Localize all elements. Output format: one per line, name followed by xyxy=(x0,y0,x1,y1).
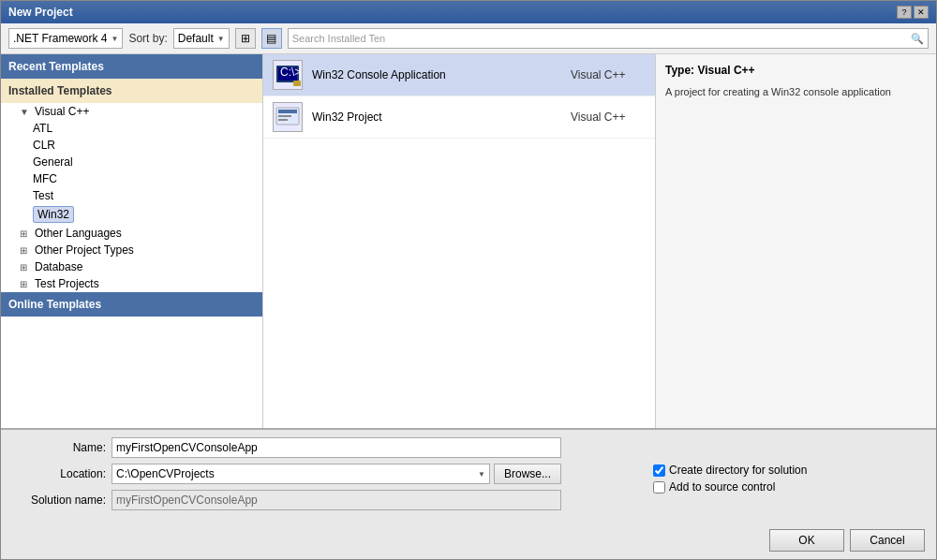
create-dir-checkbox[interactable] xyxy=(653,464,665,477)
bottom-section: Name: Location: C:\OpenCVProjects ▼ Brow… xyxy=(1,428,936,523)
location-value: C:\OpenCVProjects xyxy=(116,467,474,480)
sort-label: Sort by: xyxy=(128,32,167,45)
ok-button[interactable]: OK xyxy=(769,529,844,552)
name-label: Name: xyxy=(12,441,106,454)
expand-icon-test-projects: ⊞ xyxy=(20,279,31,289)
list-view-icon: ⊞ xyxy=(241,32,250,45)
checkbox-group: Create directory for solution Add to sou… xyxy=(653,464,925,494)
list-view-button[interactable]: ⊞ xyxy=(235,28,256,49)
installed-templates-header: Installed Templates xyxy=(1,79,262,103)
add-source-row: Add to source control xyxy=(653,480,925,494)
framework-select: .NET Framework 4 ▼ xyxy=(8,28,123,49)
bottom-panels: Name: Location: C:\OpenCVProjects ▼ Brow… xyxy=(12,437,925,516)
tree-label-general: General xyxy=(33,155,73,169)
tree-item-general[interactable]: General xyxy=(1,154,262,170)
template-icon-win32-project xyxy=(273,102,303,132)
add-source-checkbox[interactable] xyxy=(653,481,665,494)
expand-icon-visual-cpp: ▼ xyxy=(20,107,31,117)
framework-value: .NET Framework 4 xyxy=(13,32,107,45)
online-templates-header: Online Templates xyxy=(1,292,262,317)
expand-icon-other-project-types: ⊞ xyxy=(20,245,31,256)
recent-templates-header: Recent Templates xyxy=(1,54,262,79)
tree-item-atl[interactable]: ATL xyxy=(1,120,262,137)
bottom-left: Name: Location: C:\OpenCVProjects ▼ Brow… xyxy=(12,437,644,516)
location-row: Location: C:\OpenCVProjects ▼ Browse... xyxy=(12,464,644,484)
action-buttons: OK Cancel xyxy=(1,523,936,559)
search-input[interactable] xyxy=(292,33,911,44)
tree-label-other-languages: Other Languages xyxy=(35,227,122,240)
browse-button[interactable]: Browse... xyxy=(494,464,561,484)
tree-label-mfc: MFC xyxy=(33,172,57,185)
tree-label-clr: CLR xyxy=(33,139,55,152)
tree-label-other-project-types: Other Project Types xyxy=(35,243,134,257)
template-lang-win32-console: Visual C++ xyxy=(571,68,646,81)
content-area: Recent Templates Installed Templates ▼ V… xyxy=(1,54,936,428)
middle-panel: C:\> Win32 Console Application Visual C+… xyxy=(263,54,655,428)
grid-view-icon: ▤ xyxy=(266,32,276,45)
type-label: Type: Visual C++ xyxy=(665,64,927,77)
template-item-win32-console[interactable]: C:\> Win32 Console Application Visual C+… xyxy=(263,54,655,96)
sort-value: Default xyxy=(178,32,214,45)
title-bar: New Project ? ✕ xyxy=(1,1,936,23)
svg-rect-3 xyxy=(293,81,301,86)
solution-input[interactable] xyxy=(112,490,561,510)
add-source-label: Add to source control xyxy=(669,480,775,494)
location-label: Location: xyxy=(12,467,106,480)
type-prefix: Type: xyxy=(665,64,694,77)
tree-label-atl: ATL xyxy=(33,122,52,135)
tree-item-other-languages[interactable]: ⊞ Other Languages xyxy=(1,225,262,242)
title-bar-buttons: ? ✕ xyxy=(897,6,929,19)
template-item-win32-project[interactable]: Win32 Project Visual C++ xyxy=(263,96,655,139)
tree-label-test: Test xyxy=(33,189,53,202)
tree-item-test-projects[interactable]: ⊞ Test Projects xyxy=(1,275,262,292)
close-button[interactable]: ✕ xyxy=(914,6,929,19)
tree-item-win32[interactable]: Win32 xyxy=(1,204,262,225)
help-button[interactable]: ? xyxy=(897,6,912,19)
tree-item-test[interactable]: Test xyxy=(1,187,262,204)
grid-view-button[interactable]: ▤ xyxy=(261,28,282,49)
location-arrow-icon: ▼ xyxy=(478,470,485,479)
create-dir-row: Create directory for solution xyxy=(653,464,925,477)
left-panel: Recent Templates Installed Templates ▼ V… xyxy=(1,54,263,428)
new-project-dialog: New Project ? ✕ .NET Framework 4 ▼ Sort … xyxy=(0,0,937,560)
svg-text:C:\>: C:\> xyxy=(280,66,301,79)
bottom-right: Create directory for solution Add to sou… xyxy=(644,437,925,516)
dialog-title: New Project xyxy=(8,6,73,19)
cancel-button[interactable]: Cancel xyxy=(850,529,925,552)
svg-rect-6 xyxy=(278,115,291,117)
name-input[interactable] xyxy=(112,437,561,458)
location-dropdown[interactable]: C:\OpenCVProjects ▼ xyxy=(112,464,490,484)
sort-arrow-icon: ▼ xyxy=(217,35,225,43)
tree-label-win32: Win32 xyxy=(33,206,74,223)
search-box: 🔍 xyxy=(288,28,929,49)
template-lang-win32-project: Visual C++ xyxy=(571,111,646,124)
type-value: Visual C++ xyxy=(697,64,754,77)
tree-item-clr[interactable]: CLR xyxy=(1,137,262,154)
solution-label: Solution name: xyxy=(12,494,106,507)
template-icon-win32-console: C:\> xyxy=(273,60,303,90)
template-name-win32-project: Win32 Project xyxy=(312,111,561,124)
framework-dropdown[interactable]: .NET Framework 4 ▼ xyxy=(8,28,123,49)
tree-item-other-project-types[interactable]: ⊞ Other Project Types xyxy=(1,242,262,258)
solution-row: Solution name: xyxy=(12,490,644,510)
tree-item-visual-cpp[interactable]: ▼ Visual C++ xyxy=(1,103,262,120)
tree-item-database[interactable]: ⊞ Database xyxy=(1,258,262,275)
framework-arrow-icon: ▼ xyxy=(111,35,118,43)
tree-item-mfc[interactable]: MFC xyxy=(1,170,262,187)
search-icon: 🔍 xyxy=(911,33,924,45)
tree-label-database: Database xyxy=(35,260,82,273)
expand-icon-database: ⊞ xyxy=(20,262,31,273)
svg-rect-5 xyxy=(278,110,297,113)
toolbar: .NET Framework 4 ▼ Sort by: Default ▼ ⊞ … xyxy=(1,23,936,54)
expand-icon-other-languages: ⊞ xyxy=(20,228,31,239)
template-name-win32-console: Win32 Console Application xyxy=(312,68,561,81)
tree-label-test-projects: Test Projects xyxy=(35,277,99,290)
right-panel: Type: Visual C++ A project for creating … xyxy=(655,54,936,428)
name-row: Name: xyxy=(12,437,644,458)
svg-rect-7 xyxy=(278,119,288,121)
create-dir-label: Create directory for solution xyxy=(669,464,807,477)
type-description: A project for creating a Win32 console a… xyxy=(665,84,927,100)
tree-label-visual-cpp: Visual C++ xyxy=(35,105,89,118)
sort-dropdown[interactable]: Default ▼ xyxy=(173,28,230,49)
